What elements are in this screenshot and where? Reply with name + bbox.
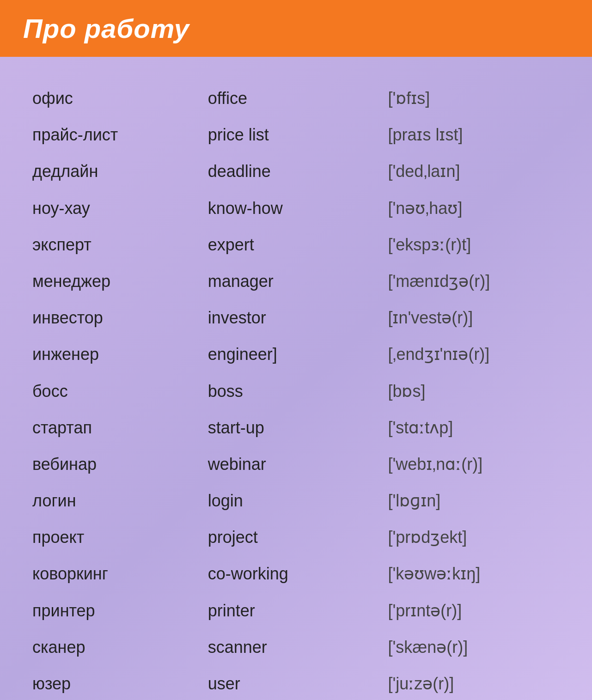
english-word: engineer] bbox=[203, 336, 384, 372]
english-word: co-working bbox=[203, 555, 384, 592]
table-row: прайс-листprice list[praɪs lɪst] bbox=[23, 116, 569, 153]
transcription: ['juːzə(r)] bbox=[383, 665, 569, 700]
english-word: start-up bbox=[203, 409, 384, 446]
russian-word: босс bbox=[23, 373, 203, 409]
english-word: scanner bbox=[203, 629, 384, 665]
transcription: ['stɑːtʌp] bbox=[383, 409, 569, 446]
russian-word: прайс-лист bbox=[23, 116, 203, 153]
table-row: менеджерmanager['mænɪdʒə(r)] bbox=[23, 263, 569, 299]
vocabulary-table: офисoffice['ɒfɪs]прайс-листprice list[pr… bbox=[23, 80, 569, 700]
table-row: юзерuser['juːzə(r)] bbox=[23, 665, 569, 700]
russian-word: проект bbox=[23, 519, 203, 555]
table-row: боссboss[bɒs] bbox=[23, 373, 569, 409]
transcription: [bɒs] bbox=[383, 373, 569, 409]
russian-word: коворкинг bbox=[23, 555, 203, 592]
russian-word: инженер bbox=[23, 336, 203, 372]
russian-word: стартап bbox=[23, 409, 203, 446]
table-row: проектproject['prɒdʒekt] bbox=[23, 519, 569, 555]
transcription: ['prɪntə(r)] bbox=[383, 592, 569, 629]
transcription: ['mænɪdʒə(r)] bbox=[383, 263, 569, 299]
transcription: ['kəʊwəːkɪŋ] bbox=[383, 555, 569, 592]
russian-word: дедлайн bbox=[23, 153, 203, 189]
page-header: Про работу bbox=[0, 0, 592, 57]
english-word: login bbox=[203, 482, 384, 519]
english-word: know-how bbox=[203, 190, 384, 226]
english-word: boss bbox=[203, 373, 384, 409]
english-word: project bbox=[203, 519, 384, 555]
english-word: printer bbox=[203, 592, 384, 629]
russian-word: юзер bbox=[23, 665, 203, 700]
transcription: ['webɪ‚nɑː(r)] bbox=[383, 446, 569, 482]
table-row: офисoffice['ɒfɪs] bbox=[23, 80, 569, 116]
russian-word: эксперт bbox=[23, 226, 203, 263]
table-row: ноу-хауknow-how['nəʊ‚haʊ] bbox=[23, 190, 569, 226]
table-row: вебинарwebinar['webɪ‚nɑː(r)] bbox=[23, 446, 569, 482]
main-content: офисoffice['ɒfɪs]прайс-листprice list[pr… bbox=[0, 71, 592, 700]
transcription: ['nəʊ‚haʊ] bbox=[383, 190, 569, 226]
english-word: webinar bbox=[203, 446, 384, 482]
russian-word: офис bbox=[23, 80, 203, 116]
english-word: investor bbox=[203, 299, 384, 336]
russian-word: ноу-хау bbox=[23, 190, 203, 226]
page-title: Про работу bbox=[23, 13, 189, 43]
table-row: дедлайнdeadline['ded‚laɪn] bbox=[23, 153, 569, 189]
table-row: логинlogin['lɒɡɪn] bbox=[23, 482, 569, 519]
english-word: expert bbox=[203, 226, 384, 263]
russian-word: менеджер bbox=[23, 263, 203, 299]
table-row: стартапstart-up['stɑːtʌp] bbox=[23, 409, 569, 446]
transcription: ['ekspɜː(r)t] bbox=[383, 226, 569, 263]
russian-word: вебинар bbox=[23, 446, 203, 482]
english-word: deadline bbox=[203, 153, 384, 189]
table-row: экспертexpert['ekspɜː(r)t] bbox=[23, 226, 569, 263]
russian-word: принтер bbox=[23, 592, 203, 629]
transcription: [ɪn'vestə(r)] bbox=[383, 299, 569, 336]
transcription: ['lɒɡɪn] bbox=[383, 482, 569, 519]
table-row: принтерprinter['prɪntə(r)] bbox=[23, 592, 569, 629]
english-word: manager bbox=[203, 263, 384, 299]
russian-word: логин bbox=[23, 482, 203, 519]
russian-word: инвестор bbox=[23, 299, 203, 336]
transcription: ['ded‚laɪn] bbox=[383, 153, 569, 189]
russian-word: сканер bbox=[23, 629, 203, 665]
table-row: коворкингco-working['kəʊwəːkɪŋ] bbox=[23, 555, 569, 592]
transcription: ['ɒfɪs] bbox=[383, 80, 569, 116]
english-word: user bbox=[203, 665, 384, 700]
table-row: сканерscanner['skænə(r)] bbox=[23, 629, 569, 665]
english-word: office bbox=[203, 80, 384, 116]
transcription: [praɪs lɪst] bbox=[383, 116, 569, 153]
table-row: инженерengineer][‚endʒɪ'nɪə(r)] bbox=[23, 336, 569, 372]
table-row: инвесторinvestor[ɪn'vestə(r)] bbox=[23, 299, 569, 336]
transcription: ['skænə(r)] bbox=[383, 629, 569, 665]
transcription: [‚endʒɪ'nɪə(r)] bbox=[383, 336, 569, 372]
transcription: ['prɒdʒekt] bbox=[383, 519, 569, 555]
english-word: price list bbox=[203, 116, 384, 153]
